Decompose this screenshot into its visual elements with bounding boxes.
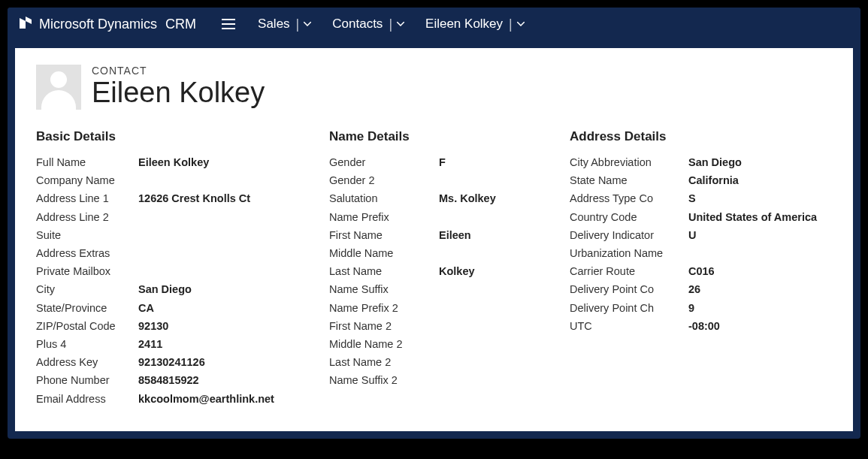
name-field-row: Middle Name xyxy=(329,244,496,262)
basic-field-value[interactable]: kkcoolmom@earthlink.net xyxy=(138,389,274,407)
name-field-value[interactable] xyxy=(439,208,496,226)
address-field-row: Urbanization Name xyxy=(570,244,817,262)
name-field-value[interactable]: Eileen xyxy=(439,226,496,244)
basic-field-value[interactable] xyxy=(138,208,274,226)
app-frame: Microsoft Dynamics CRM Sales | Contacts … xyxy=(8,8,860,439)
basic-field-value[interactable]: 92130 xyxy=(138,317,274,335)
brand: Microsoft Dynamics CRM xyxy=(18,15,196,34)
nav-current-record[interactable]: Eileen Kolkey | xyxy=(425,17,525,32)
chevron-down-icon xyxy=(517,22,525,26)
basic-field-label: Address Extras xyxy=(36,244,138,262)
address-field-label: City Abbreviation xyxy=(570,153,688,171)
name-field-value[interactable]: Ms. Kolkey xyxy=(439,189,496,207)
name-field-label: Gender xyxy=(329,153,439,171)
basic-field-value[interactable]: Eileen Kolkey xyxy=(138,153,274,171)
address-field-row: Delivery Point Ch9 xyxy=(570,299,817,317)
basic-field-row: Address Line 112626 Crest Knolls Ct xyxy=(36,189,274,207)
name-field-value[interactable]: Kolkey xyxy=(439,262,496,280)
basic-field-row: Address Line 2 xyxy=(36,208,274,226)
name-field-row: GenderF xyxy=(329,153,496,171)
basic-field-label: Company Name xyxy=(36,171,138,189)
basic-field-value[interactable] xyxy=(138,171,274,189)
entity-name: Eileen Kolkey xyxy=(92,78,265,107)
name-field-row: Last NameKolkey xyxy=(329,262,496,280)
address-field-value[interactable]: United States of America xyxy=(688,208,817,226)
address-field-label: Delivery Point Ch xyxy=(570,299,688,317)
name-details-title: Name Details xyxy=(329,129,570,144)
address-field-row: Delivery Point Co26 xyxy=(570,280,817,298)
basic-field-value[interactable]: 92130241126 xyxy=(138,353,274,371)
name-field-label: Name Suffix xyxy=(329,280,439,298)
address-field-value[interactable]: C016 xyxy=(688,262,817,280)
address-field-label: State Name xyxy=(570,171,688,189)
details-columns: Basic Details Full NameEileen KolkeyComp… xyxy=(36,129,832,408)
address-field-value[interactable] xyxy=(688,244,817,262)
basic-field-row: Company Name xyxy=(36,171,274,189)
name-field-label: Last Name 2 xyxy=(329,353,439,371)
name-details-section: Name Details GenderFGender 2SalutationMs… xyxy=(329,129,570,408)
address-field-row: UTC-08:00 xyxy=(570,317,817,335)
address-field-value[interactable]: San Diego xyxy=(688,153,817,171)
name-field-label: Salutation xyxy=(329,189,439,207)
name-field-value[interactable] xyxy=(439,317,496,335)
address-details-section: Address Details City AbbreviationSan Die… xyxy=(570,129,832,408)
name-field-value[interactable] xyxy=(439,335,496,353)
basic-field-row: Email Addresskkcoolmom@earthlink.net xyxy=(36,389,274,407)
name-field-value[interactable] xyxy=(439,280,496,298)
name-field-value[interactable] xyxy=(439,353,496,371)
basic-field-label: Phone Number xyxy=(36,371,138,389)
name-field-value[interactable]: F xyxy=(439,153,496,171)
basic-field-value[interactable]: CA xyxy=(138,299,274,317)
address-field-label: UTC xyxy=(570,317,688,335)
address-field-value[interactable]: U xyxy=(688,226,817,244)
name-field-label: Last Name xyxy=(329,262,439,280)
address-field-value[interactable]: 9 xyxy=(688,299,817,317)
chevron-down-icon xyxy=(304,22,311,26)
name-field-value[interactable] xyxy=(439,299,496,317)
address-field-value[interactable]: -08:00 xyxy=(688,317,817,335)
basic-field-value[interactable] xyxy=(138,244,274,262)
nav-separator: | xyxy=(509,17,513,32)
entity-type-label: CONTACT xyxy=(92,65,265,77)
basic-field-value[interactable]: 2411 xyxy=(138,335,274,353)
top-navbar: Microsoft Dynamics CRM Sales | Contacts … xyxy=(8,8,860,41)
basic-field-row: Full NameEileen Kolkey xyxy=(36,153,274,171)
brand-text-3: CRM xyxy=(165,17,196,32)
address-field-label: Carrier Route xyxy=(570,262,688,280)
basic-field-label: Email Address xyxy=(36,389,138,407)
address-field-value[interactable]: California xyxy=(688,171,817,189)
name-field-label: First Name xyxy=(329,226,439,244)
name-field-row: First NameEileen xyxy=(329,226,496,244)
basic-field-label: Address Line 1 xyxy=(36,189,138,207)
address-field-row: City AbbreviationSan Diego xyxy=(570,153,817,171)
name-field-row: Name Prefix xyxy=(329,208,496,226)
address-field-label: Urbanization Name xyxy=(570,244,688,262)
basic-field-value[interactable] xyxy=(138,226,274,244)
name-field-row: Last Name 2 xyxy=(329,353,496,371)
content-panel: CONTACT Eileen Kolkey Basic Details Full… xyxy=(15,48,853,431)
address-field-row: Country CodeUnited States of America xyxy=(570,208,817,226)
hamburger-menu-icon[interactable] xyxy=(222,19,235,29)
basic-field-row: Address Extras xyxy=(36,244,274,262)
address-field-value[interactable]: S xyxy=(688,189,817,207)
address-field-row: State NameCalifornia xyxy=(570,171,817,189)
name-field-value[interactable] xyxy=(439,244,496,262)
basic-field-value[interactable]: 8584815922 xyxy=(138,371,274,389)
basic-field-value[interactable]: 12626 Crest Knolls Ct xyxy=(138,189,274,207)
record-header: CONTACT Eileen Kolkey xyxy=(36,65,832,110)
nav-contacts[interactable]: Contacts | xyxy=(332,17,404,32)
name-field-row: Name Suffix xyxy=(329,280,496,298)
name-field-value[interactable] xyxy=(439,171,496,189)
name-field-label: Name Suffix 2 xyxy=(329,371,439,389)
brand-text-1: Microsoft xyxy=(39,17,94,32)
basic-field-value[interactable] xyxy=(138,262,274,280)
name-field-value[interactable] xyxy=(439,371,496,389)
address-field-label: Delivery Indicator xyxy=(570,226,688,244)
address-field-value[interactable]: 26 xyxy=(688,280,817,298)
basic-details-section: Basic Details Full NameEileen KolkeyComp… xyxy=(36,129,329,408)
nav-sales[interactable]: Sales | xyxy=(258,17,311,32)
basic-field-value[interactable]: San Diego xyxy=(138,280,274,298)
basic-field-label: Full Name xyxy=(36,153,138,171)
name-field-row: Gender 2 xyxy=(329,171,496,189)
avatar xyxy=(36,65,81,110)
